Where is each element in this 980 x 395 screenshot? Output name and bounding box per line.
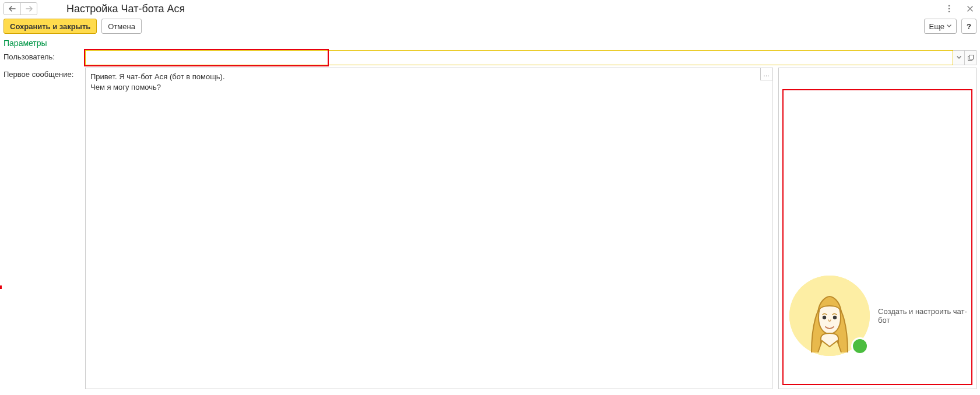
first-message-label: Первое сообщение: [3, 68, 85, 79]
help-label: ? [967, 22, 971, 31]
svg-point-0 [949, 5, 950, 7]
chevron-down-icon [957, 56, 961, 59]
cancel-button[interactable]: Отмена [101, 19, 142, 34]
close-icon [967, 5, 974, 12]
help-button[interactable]: ? [961, 19, 977, 34]
preview-panel: Создать и настроить чат-бот [778, 68, 977, 389]
user-label: Пользователь: [3, 50, 85, 61]
svg-point-7 [833, 316, 837, 319]
titlebar: Настройка Чат-бота Ася [0, 0, 980, 19]
close-window-button[interactable] [964, 2, 977, 15]
kebab-icon [948, 5, 950, 13]
save-and-close-label: Сохранить и закрыть [10, 22, 90, 31]
back-button[interactable] [4, 3, 20, 15]
status-indicator [851, 337, 869, 355]
arrow-right-icon [26, 6, 33, 12]
svg-point-1 [949, 8, 950, 10]
first-message-column: Первое сообщение: … [3, 68, 772, 389]
user-dropdown-button[interactable] [953, 50, 965, 65]
edge-marker [0, 285, 2, 289]
more-button[interactable]: Еще [924, 19, 957, 34]
section-parameters-title: Параметры [0, 38, 980, 50]
avatar [789, 276, 870, 356]
forward-button[interactable] [20, 3, 37, 15]
user-row: Пользователь: [0, 50, 980, 68]
open-external-icon [967, 54, 974, 61]
svg-point-2 [949, 11, 950, 13]
user-field-wrap [85, 50, 977, 65]
toolbar: Сохранить и закрыть Отмена Еще ? [0, 19, 980, 38]
avatar-block: Создать и настроить чат-бот [789, 276, 971, 356]
main-area: Первое сообщение: … [0, 68, 980, 393]
kebab-menu-button[interactable] [943, 2, 956, 15]
svg-point-6 [823, 316, 826, 319]
window-title: Настройка Чат-бота Ася [66, 3, 185, 15]
more-label: Еще [929, 22, 944, 31]
save-and-close-button[interactable]: Сохранить и закрыть [3, 19, 97, 34]
first-message-textarea[interactable] [85, 68, 772, 389]
cancel-label: Отмена [108, 22, 135, 31]
nav-button-group [3, 2, 37, 15]
user-input[interactable] [85, 50, 953, 65]
ellipsis-icon: … [763, 70, 770, 77]
first-message-expand-button[interactable]: … [760, 68, 773, 80]
avatar-caption: Создать и настроить чат-бот [878, 307, 971, 325]
svg-rect-4 [969, 55, 973, 59]
arrow-left-icon [9, 6, 16, 12]
user-open-button[interactable] [965, 50, 977, 65]
chevron-down-icon [947, 24, 951, 28]
